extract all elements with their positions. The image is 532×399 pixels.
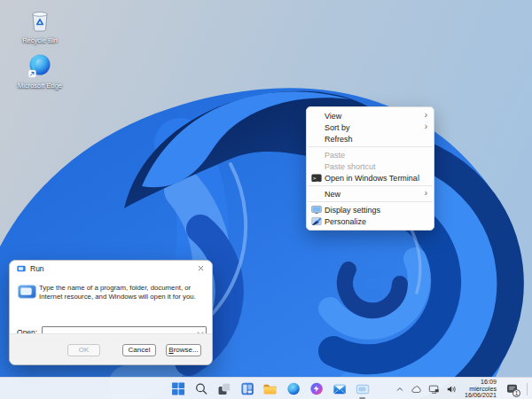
edge-icon xyxy=(27,53,52,78)
run-dialog-footer: OK Cancel Browse... xyxy=(10,333,212,364)
chevron-right-icon: › xyxy=(425,121,427,133)
search-button[interactable] xyxy=(192,379,211,399)
ok-button: OK xyxy=(67,344,100,356)
menu-item-refresh[interactable]: Refresh xyxy=(307,133,434,145)
run-icon xyxy=(18,285,36,299)
run-dialog-titlebar[interactable]: Run xyxy=(10,261,212,276)
messenger-icon xyxy=(309,382,323,395)
notification-center-button[interactable]: 1 xyxy=(503,379,520,399)
menu-separator xyxy=(308,185,433,186)
messenger-button[interactable] xyxy=(307,379,326,399)
run-window-button[interactable] xyxy=(353,379,372,399)
menu-item-new[interactable]: New › xyxy=(307,188,434,200)
mail-button[interactable] xyxy=(330,379,349,399)
desktop-icon-label: Microsoft Edge xyxy=(12,82,68,90)
edge-button[interactable] xyxy=(284,379,303,399)
show-desktop-divider[interactable] xyxy=(527,383,528,395)
desktop-icon-microsoft-edge[interactable]: Microsoft Edge xyxy=(12,53,68,90)
svg-text:>_: >_ xyxy=(313,176,319,182)
recycle-bin-icon xyxy=(27,6,52,33)
browse-button[interactable]: Browse... xyxy=(166,344,201,356)
network-icon[interactable] xyxy=(427,379,441,399)
desktop-icon-recycle-bin[interactable]: Recycle Bin xyxy=(12,6,68,45)
run-titlebar-icon xyxy=(17,265,26,272)
run-dialog: Run Type the name of a program, folder, … xyxy=(9,260,213,365)
run-dialog-title: Run xyxy=(30,264,44,273)
active-app-indicator xyxy=(359,397,365,399)
run-dialog-description: Type the name of a program, folder, docu… xyxy=(39,284,197,301)
taskbar-tray: 16:09 miércoles 16/06/2021 1 xyxy=(395,378,528,399)
widgets-button[interactable] xyxy=(238,379,257,399)
clock-date: 16/06/2021 xyxy=(465,392,497,399)
notification-badge: 1 xyxy=(512,389,520,397)
menu-separator xyxy=(308,146,433,147)
edge-icon xyxy=(286,382,300,395)
close-icon[interactable] xyxy=(189,261,212,276)
onedrive-cloud-icon[interactable] xyxy=(410,379,423,399)
taskbar: 16:09 miércoles 16/06/2021 1 xyxy=(0,377,532,399)
chevron-right-icon: › xyxy=(425,110,427,121)
menu-item-personalize[interactable]: Personalize xyxy=(307,215,434,227)
search-icon xyxy=(194,382,207,395)
menu-separator xyxy=(308,201,433,202)
taskbar-center xyxy=(168,378,372,399)
menu-item-sort-by[interactable]: Sort by › xyxy=(307,121,434,133)
task-view-icon xyxy=(217,382,231,395)
menu-item-paste-shortcut: Paste shortcut xyxy=(307,160,434,172)
hidden-icons-chevron[interactable] xyxy=(395,379,405,399)
mail-icon xyxy=(332,383,346,395)
desktop-icon-label: Recycle Bin xyxy=(12,37,68,45)
start-button[interactable] xyxy=(168,379,188,399)
shortcut-arrow-icon xyxy=(28,70,36,78)
run-window-icon xyxy=(356,384,369,395)
clock[interactable]: 16:09 miércoles 16/06/2021 xyxy=(463,379,498,399)
menu-item-paste: Paste xyxy=(307,149,434,160)
cancel-button[interactable]: Cancel xyxy=(122,344,156,356)
menu-item-view[interactable]: View › xyxy=(307,110,434,121)
volume-icon[interactable] xyxy=(445,379,458,399)
file-explorer-icon xyxy=(263,382,278,395)
widgets-icon xyxy=(240,382,254,395)
menu-item-display-settings[interactable]: Display settings xyxy=(307,204,434,215)
personalize-icon xyxy=(311,216,322,226)
menu-item-open-in-windows-terminal[interactable]: >_ Open in Windows Terminal xyxy=(307,172,434,184)
desktop-context-menu: View › Sort by › Refresh Paste Paste sho… xyxy=(306,106,434,231)
windows-logo-icon xyxy=(171,382,184,395)
chevron-right-icon: › xyxy=(425,188,427,200)
windows-terminal-icon: >_ xyxy=(311,173,322,183)
display-icon xyxy=(311,205,322,215)
file-explorer-button[interactable] xyxy=(261,379,280,399)
run-dialog-body: Type the name of a program, folder, docu… xyxy=(10,276,212,335)
windows-11-desktop: Recycle Bin Microsoft Edge xyxy=(0,0,532,399)
task-view-button[interactable] xyxy=(215,379,234,399)
